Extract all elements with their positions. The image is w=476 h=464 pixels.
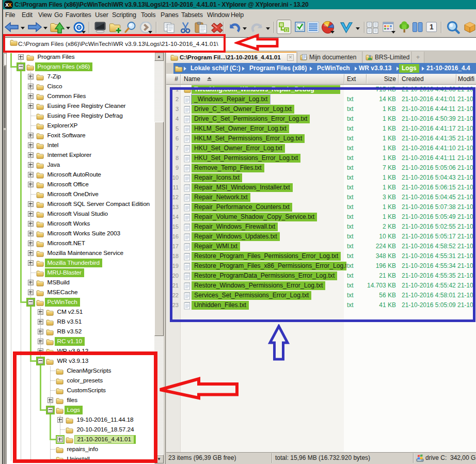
svg-text:1: 1 [430,23,434,31]
